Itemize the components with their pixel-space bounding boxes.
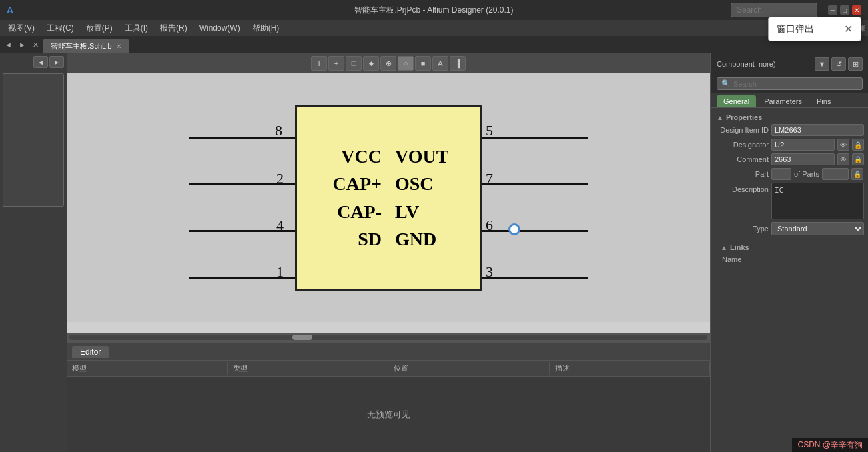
pin-7-number: 7 [486,170,493,187]
tab-general[interactable]: General [717,95,756,107]
schematic-diagram: VCC VOUT CAP+ OSC CAP- LV SD GND 8 [189,85,588,311]
pin-6-circle [508,223,520,235]
app-logo: A [7,5,13,15]
tool-circle2[interactable]: ⊕ [380,56,396,71]
tool-cross[interactable]: + [328,56,344,71]
nav-right-icon[interactable]: ► [17,39,28,51]
description-label: Description [715,183,769,219]
design-item-id-input[interactable] [771,124,864,136]
description-textarea[interactable]: IC [771,183,864,219]
watermark-text: CSDN @辛辛有狗 [797,440,863,449]
properties-header: ▲ Properties [715,111,864,124]
part-lock-btn[interactable]: 🔒 [851,168,863,180]
canvas-content: VCC VOUT CAP+ OSC CAP- LV SD GND 8 [67,73,710,322]
type-row: Type Standard [715,222,864,235]
nav-left-icon[interactable]: ◄ [3,39,14,51]
tab-pins[interactable]: Pins [810,95,837,107]
title-bar: A 智能车主板.PrjPcb - Altium Designer (20.0.1… [0,0,868,20]
tool-label[interactable]: A [432,56,448,71]
h-scrollbar-thumb[interactable] [292,335,312,340]
designator-row: Designator 👁 🔒 [715,139,864,151]
pin-osc-label: OSC [395,171,448,197]
menu-bar: 视图(V) 工程(C) 放置(P) 工具(I) 报告(R) Window(W) … [0,20,868,36]
type-select[interactable]: Standard [771,222,864,235]
sidebar-option1[interactable] [3,73,64,207]
part-input[interactable] [771,168,791,180]
pin-1-number: 1 [276,263,284,281]
col-type: 类型 [228,362,389,375]
pin-sd-label: SD [328,226,382,252]
pin-vcc-label: VCC [328,143,382,169]
pin-vout-label: VOUT [395,143,448,169]
description-row: Description IC [715,183,864,219]
menu-view[interactable]: 视图(V) [3,21,40,35]
part-label: Part [715,170,769,178]
pin-3-number: 3 [486,263,493,281]
pin-6-line [482,230,588,232]
tool-fill[interactable]: ■ [415,56,431,71]
designator-input[interactable] [771,139,835,151]
menu-help[interactable]: 帮助(H) [247,21,285,35]
designator-label: Designator [715,141,769,149]
left-sidebar: ◄ ► [0,53,67,452]
no-preview-text: 无预览可见 [67,377,710,452]
pin-7-line [482,183,588,185]
sidebar-arrow-left[interactable]: ◄ [33,56,48,68]
menu-reports[interactable]: 报告(R) [155,21,193,35]
editor-tab[interactable]: Editor [72,346,109,358]
top-search-input[interactable] [731,3,817,17]
expand-button[interactable]: ⊞ [848,57,863,71]
tab-bar: ◄ ► ✕ 智能车主板.SchLib ✕ [0,36,868,53]
pin-8-number: 8 [275,122,282,139]
design-item-id-label: Design Item ID [715,126,769,134]
bottom-panel: Editor 模型 类型 位置 描述 无预览可见 [67,342,710,452]
tool-misc[interactable]: ▐ [450,56,466,71]
part-row: Part of Parts 🔒 [715,168,864,180]
tab-parameters[interactable]: Parameters [757,95,809,107]
menu-window[interactable]: Window(W) [194,22,246,34]
tool-rect[interactable]: □ [346,56,362,71]
maximize-button[interactable]: □ [840,5,849,15]
right-tabs: General Parameters Pins [711,93,868,108]
tool-oval[interactable]: ○ [398,56,414,71]
tool-text[interactable]: T [311,56,327,71]
menu-tools[interactable]: 工具(I) [119,21,153,35]
designator-eye-btn[interactable]: 👁 [837,139,849,151]
right-panel: 窗口弹出 ✕ Component nore) ▼ ↺ ⊞ 🔍 General P… [710,53,868,452]
part-count-input[interactable] [822,168,849,180]
search-input-wrap: 🔍 [717,77,863,90]
close-button[interactable]: ✕ [852,5,861,15]
links-header: ▲ Links [719,241,860,254]
comment-lock-btn[interactable]: 🔒 [852,153,864,165]
designator-lock-btn[interactable]: 🔒 [852,139,864,151]
tab-close[interactable]: ✕ [116,43,121,50]
canvas-scrollbar[interactable] [67,333,710,342]
comment-eye-btn[interactable]: 👁 [837,153,849,165]
window-controls: ─ □ ✕ [731,3,861,17]
menu-project[interactable]: 工程(C) [41,21,79,35]
ic-box: VCC VOUT CAP+ OSC CAP- LV SD GND [295,105,482,291]
canvas-area[interactable]: VCC VOUT CAP+ OSC CAP- LV SD GND 8 [67,73,710,342]
tool-pin[interactable]: ◆ [363,56,379,71]
close-tab-icon[interactable]: ✕ [31,39,41,51]
tab-schlib[interactable]: 智能车主板.SchLib ✕ [43,39,129,53]
watermark-bar: CSDN @辛辛有狗 [792,438,868,452]
part-of-label: of Parts [794,170,819,178]
comment-input[interactable] [771,153,835,165]
col-desc: 描述 [550,362,711,375]
col-model: 模型 [67,362,228,375]
pin-3-line [482,277,588,279]
comment-row: Comment 👁 🔒 [715,153,864,165]
pin-lv-label: LV [395,199,448,225]
minimize-button[interactable]: ─ [828,5,837,15]
h-scrollbar-track[interactable] [69,335,707,340]
refresh-button[interactable]: ↺ [831,57,846,71]
pin-2-number: 2 [276,170,284,187]
search-input[interactable] [733,80,858,88]
menu-place[interactable]: 放置(P) [81,21,118,35]
filter-button[interactable]: ▼ [815,57,829,71]
bottom-panel-header: Editor [67,343,710,361]
comment-label: Comment [715,155,769,163]
sidebar-arrow-right[interactable]: ► [49,56,64,68]
pin-cap-minus-label: CAP- [328,199,382,225]
